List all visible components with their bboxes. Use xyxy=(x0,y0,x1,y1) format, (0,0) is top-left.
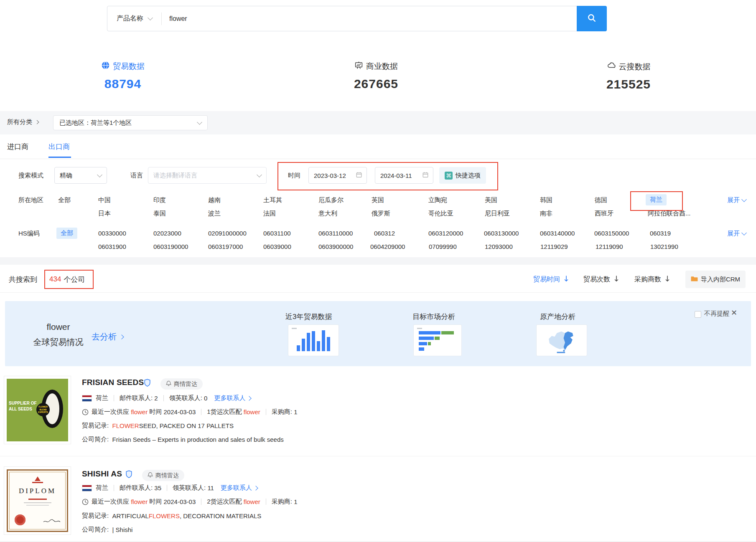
region-item[interactable]: 南非 xyxy=(540,210,552,218)
region-item[interactable]: 美国 xyxy=(485,196,497,204)
hs-code-item[interactable]: 02091000000 xyxy=(208,230,247,237)
mini-bar-chart xyxy=(292,331,335,351)
quick-options-button[interactable]: ⌘ 快捷选项 xyxy=(439,167,486,184)
region-item[interactable]: 厄瓜多尔 xyxy=(318,196,344,204)
trade-record-keyword: FLOWER xyxy=(112,422,139,429)
keyword-highlight: flower xyxy=(244,408,260,415)
hs-code-item[interactable]: 00330000 xyxy=(98,230,126,237)
region-item[interactable]: 泰国 xyxy=(153,210,166,218)
company-intro-text: | Shishi xyxy=(112,526,133,533)
netherlands-flag-icon xyxy=(82,485,92,491)
hs-code-item[interactable]: 0603190000 xyxy=(153,243,188,250)
region-item[interactable]: 印度 xyxy=(153,196,166,204)
dismiss-checkbox[interactable] xyxy=(695,311,701,318)
hs-code-item[interactable]: 0603130000 xyxy=(484,230,519,237)
search-input[interactable] xyxy=(162,10,577,27)
sort-trade-count[interactable]: 贸易次数 xyxy=(583,275,619,284)
trade-bar-chart-thumbnail[interactable] xyxy=(288,324,339,356)
region-item[interactable]: 哥伦比亚 xyxy=(428,210,453,218)
hs-code-item[interactable]: 12093000 xyxy=(485,243,513,250)
company-name[interactable]: SHISHI AS xyxy=(82,469,122,479)
region-item[interactable]: 韩国 xyxy=(540,196,552,204)
hs-code-item[interactable]: 0604209000 xyxy=(370,243,405,250)
hs-code-item[interactable]: 0603900000 xyxy=(318,243,353,250)
stat-trade-data[interactable]: 贸易数据 88794 xyxy=(85,61,160,91)
sort-trade-time[interactable]: 贸易时间 xyxy=(533,275,569,284)
command-icon: ⌘ xyxy=(445,172,453,180)
hs-code-item[interactable]: 06031900 xyxy=(98,243,126,250)
more-contacts-link[interactable]: 更多联系人 xyxy=(214,394,251,402)
banner-subtitle: 全球贸易情况 xyxy=(24,337,93,348)
region-all[interactable]: 全部 xyxy=(58,196,71,204)
hs-code-item[interactable]: 13021990 xyxy=(650,243,678,250)
region-item[interactable]: 俄罗斯 xyxy=(372,210,390,218)
mini-hbar-chart xyxy=(417,331,458,351)
tab-exporter[interactable]: 出口商 xyxy=(48,142,70,152)
sort-buyer-count[interactable]: 采购商数 xyxy=(634,275,670,284)
selected-region-dropdown[interactable]: 已选地区：荷兰等1个地区 xyxy=(53,115,208,130)
region-item[interactable]: 德国 xyxy=(595,196,607,204)
company-monitor-icon[interactable] xyxy=(125,470,132,480)
expand-hs-codes-link[interactable]: 展开 xyxy=(727,230,746,238)
go-analyze-link[interactable]: 去分析 xyxy=(92,331,123,342)
date-to-input[interactable]: 2024-03-11 xyxy=(375,167,433,184)
hs-code-item[interactable]: 0603110000 xyxy=(318,230,353,237)
stat-business-data[interactable]: 商业数据 267665 xyxy=(339,61,414,91)
region-item[interactable]: 土耳其 xyxy=(263,196,282,204)
banner-card-title: 目标市场分析 xyxy=(412,312,455,322)
hs-code-item[interactable]: 06039000 xyxy=(263,243,291,250)
market-analysis-thumbnail[interactable] xyxy=(413,324,462,356)
close-icon[interactable]: ✕ xyxy=(731,308,737,317)
language-select[interactable]: 请选择翻译语言 xyxy=(148,167,267,184)
buyer-label: 采购商: xyxy=(272,408,292,416)
hs-code-item[interactable]: 060312 xyxy=(374,230,395,237)
breadcrumb[interactable]: 所有分类 xyxy=(7,118,38,126)
company-monitor-icon[interactable] xyxy=(144,379,151,389)
search-category-select[interactable]: 产品名称 xyxy=(107,14,161,23)
product-search-bar: 产品名称 xyxy=(107,6,607,31)
date-from-input[interactable]: 2023-03-12 xyxy=(308,167,367,184)
import-crm-button[interactable]: 导入内部CRM xyxy=(685,271,746,288)
region-item-selected[interactable]: 荷兰 xyxy=(646,194,667,205)
region-item[interactable]: 西班牙 xyxy=(595,210,613,218)
region-item[interactable]: 波兰 xyxy=(208,210,221,218)
divider xyxy=(201,499,201,505)
selected-region-text: 已选地区：荷兰等1个地区 xyxy=(59,119,132,127)
region-item[interactable]: 阿拉伯联合酋... xyxy=(648,210,691,218)
hs-code-item[interactable]: 02023000 xyxy=(153,230,181,237)
region-item[interactable]: 中国 xyxy=(98,196,111,204)
more-contacts-link[interactable]: 更多联系人 xyxy=(221,484,257,492)
shipment-match-label: 2货运次匹配 xyxy=(207,498,242,506)
company-logo[interactable]: DIPLOM xyxy=(4,466,71,535)
region-item[interactable]: 越南 xyxy=(208,196,221,204)
hs-all[interactable]: 全部 xyxy=(56,228,77,239)
hs-code-item[interactable]: 06031100 xyxy=(263,230,291,237)
search-mode-select[interactable]: 精确 xyxy=(54,167,107,184)
hs-code-item[interactable]: 0603120000 xyxy=(428,230,463,237)
chevron-right-icon xyxy=(247,396,252,400)
hs-code-item[interactable]: 12119029 xyxy=(540,243,568,250)
hs-code-item[interactable]: 0603140000 xyxy=(540,230,575,237)
sort-label: 采购商数 xyxy=(634,275,661,284)
hs-code-item[interactable]: 0603150000 xyxy=(594,230,629,237)
company-logo[interactable]: SUPPLIER OF ALL SEEDS FLOWER BLEND EXPER… xyxy=(4,376,71,444)
region-item[interactable]: 英国 xyxy=(372,196,384,204)
region-item[interactable]: 日本 xyxy=(98,210,111,218)
email-contacts-count: 2 xyxy=(154,395,158,402)
region-item[interactable]: 立陶宛 xyxy=(428,196,447,204)
hs-code-item[interactable]: 060319 xyxy=(650,230,671,237)
hs-code-item[interactable]: 0603197000 xyxy=(208,243,243,250)
region-item[interactable]: 尼日利亚 xyxy=(485,210,510,218)
company-name[interactable]: FRISIAN SEEDS xyxy=(82,378,144,387)
hs-code-item[interactable]: 12119090 xyxy=(596,243,623,250)
origin-map-thumbnail[interactable] xyxy=(536,324,587,356)
region-item[interactable]: 意大利 xyxy=(318,210,337,218)
tab-importer[interactable]: 进口商 xyxy=(7,142,28,152)
business-radar-badge[interactable]: 商情雷达 xyxy=(142,470,184,481)
region-item[interactable]: 法国 xyxy=(263,210,276,218)
stat-cloud-search-data[interactable]: 云搜数据 215525 xyxy=(591,61,666,91)
expand-regions-link[interactable]: 展开 xyxy=(727,196,746,204)
search-button[interactable] xyxy=(577,6,607,31)
business-radar-badge[interactable]: 商情雷达 xyxy=(160,378,203,390)
hs-code-item[interactable]: 07099990 xyxy=(429,243,457,250)
